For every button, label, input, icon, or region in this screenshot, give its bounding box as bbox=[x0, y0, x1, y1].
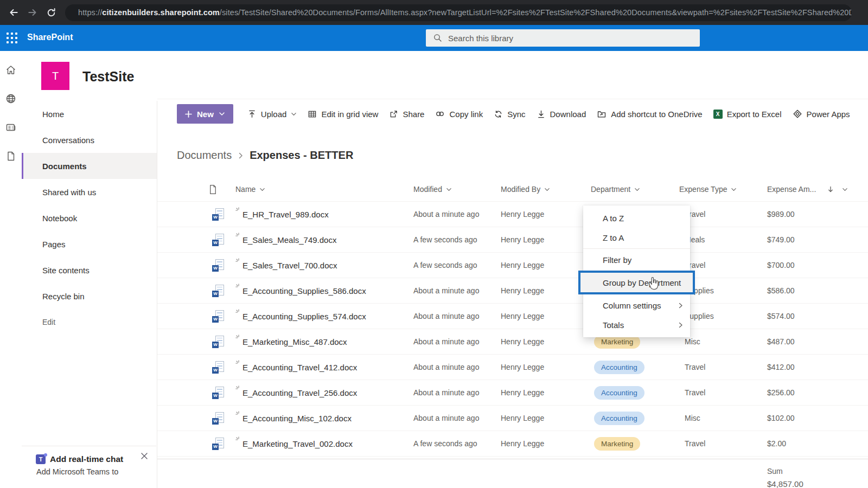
excel-icon: X bbox=[713, 110, 723, 119]
table-row[interactable]: W E_Sales_Travel_700.docx A few seconds … bbox=[157, 253, 868, 278]
menu-item-z-to-a[interactable]: Z to A bbox=[583, 228, 690, 247]
menu-item-filter-by[interactable]: Filter by bbox=[583, 250, 690, 269]
new-item-icon bbox=[235, 436, 241, 442]
edit-grid-view-button[interactable]: Edit in grid view bbox=[302, 104, 384, 124]
expense-type-cell: Misc bbox=[679, 414, 767, 422]
suite-bar: SharePoint bbox=[0, 25, 868, 51]
browser-refresh-icon[interactable] bbox=[46, 8, 56, 18]
sidebar-item-edit[interactable]: Edit bbox=[22, 309, 157, 335]
modified-by-cell[interactable]: Henry Legge bbox=[501, 286, 591, 295]
file-name[interactable]: E_Sales_Meals_749.docx bbox=[242, 235, 336, 245]
plus-icon bbox=[185, 111, 192, 118]
breadcrumb-documents[interactable]: Documents bbox=[177, 149, 232, 162]
file-name[interactable]: E_HR_Travel_989.docx bbox=[242, 210, 329, 219]
sync-button[interactable]: Sync bbox=[488, 104, 531, 124]
file-name[interactable]: E_Accounting_Travel_256.docx bbox=[242, 388, 357, 397]
add-shortcut-onedrive-button[interactable]: Add shortcut to OneDrive bbox=[591, 104, 707, 124]
site-logo[interactable]: T bbox=[41, 62, 69, 90]
column-header-department[interactable]: Department bbox=[591, 185, 679, 194]
column-header-name[interactable]: Name bbox=[235, 185, 413, 194]
sharepoint-wordmark[interactable]: SharePoint bbox=[27, 33, 73, 42]
table-row[interactable]: W E_Accounting_Travel_256.docx About a m… bbox=[157, 380, 868, 406]
word-file-icon: W bbox=[212, 336, 224, 348]
sidebar-item-home[interactable]: Home bbox=[22, 101, 157, 127]
column-header-expense-type[interactable]: Expense Type bbox=[679, 185, 767, 194]
modified-by-cell[interactable]: Henry Legge bbox=[501, 261, 591, 269]
news-icon[interactable] bbox=[5, 121, 17, 133]
file-name[interactable]: E_Accounting_Misc_102.docx bbox=[242, 414, 352, 423]
sidebar-item-documents[interactable]: Documents bbox=[22, 153, 157, 179]
modified-by-cell[interactable]: Henry Legge bbox=[501, 337, 591, 346]
modified-by-cell[interactable]: Henry Legge bbox=[501, 210, 591, 219]
power-apps-icon bbox=[793, 109, 802, 119]
table-row[interactable]: W E_Sales_Meals_749.docx A few seconds a… bbox=[157, 227, 868, 253]
page-icon bbox=[209, 184, 217, 195]
export-to-excel-button[interactable]: X Export to Excel bbox=[708, 104, 787, 124]
expense-amount-cell: $487.00 bbox=[767, 337, 868, 346]
folder-shortcut-icon bbox=[597, 109, 607, 119]
sidebar-item-shared-with-us[interactable]: Shared with us bbox=[22, 179, 157, 205]
expense-amount-cell: $102.00 bbox=[767, 414, 868, 422]
document-icon[interactable] bbox=[5, 150, 17, 162]
word-file-icon: W bbox=[212, 438, 224, 450]
share-button[interactable]: Share bbox=[384, 104, 430, 124]
expense-type-cell: Travel bbox=[679, 210, 767, 219]
table-row[interactable]: W E_Marketing_Travel_002.docx A few seco… bbox=[157, 431, 868, 457]
browser-back-icon[interactable] bbox=[8, 7, 19, 18]
table-header: Name Modified Modified By Department Exp… bbox=[157, 181, 868, 198]
new-button[interactable]: New bbox=[177, 104, 233, 124]
menu-item-totals[interactable]: Totals bbox=[583, 315, 690, 335]
sidebar-item-recycle-bin[interactable]: Recycle bin bbox=[22, 283, 157, 309]
file-name[interactable]: E_Accounting_Supplies_574.docx bbox=[242, 312, 366, 321]
file-name[interactable]: E_Marketing_Travel_002.docx bbox=[242, 439, 353, 448]
table-row[interactable]: W E_Accounting_Supplies_574.docx About a… bbox=[157, 304, 868, 329]
table-row[interactable]: W E_Accounting_Supplies_586.docx About a… bbox=[157, 278, 868, 304]
menu-item-column-settings[interactable]: Column settings bbox=[583, 296, 690, 315]
submenu-chevron-right-icon bbox=[678, 302, 684, 309]
menu-item-a-to-z[interactable]: A to Z bbox=[583, 208, 690, 228]
word-file-icon: W bbox=[212, 285, 224, 297]
sort-descending-icon bbox=[827, 186, 834, 193]
download-button[interactable]: Download bbox=[531, 104, 592, 124]
table-row[interactable]: W E_Accounting_Travel_412.docx About a m… bbox=[157, 355, 868, 380]
file-name[interactable]: E_Accounting_Supplies_586.docx bbox=[242, 286, 366, 296]
menu-item-group-by-department[interactable]: Group by Department bbox=[578, 271, 695, 294]
expense-type-cell: Travel bbox=[679, 261, 767, 269]
sidebar-item-conversations[interactable]: Conversations bbox=[22, 127, 157, 153]
sidebar-item-notebook[interactable]: Notebook bbox=[22, 205, 157, 231]
modified-by-cell[interactable]: Henry Legge bbox=[501, 439, 591, 448]
chevron-down-icon bbox=[634, 187, 640, 192]
chevron-down-icon bbox=[731, 187, 737, 192]
globe-icon[interactable] bbox=[5, 93, 17, 105]
site-title[interactable]: TestSite bbox=[82, 69, 134, 85]
file-name[interactable]: E_Accounting_Travel_412.docx bbox=[242, 363, 357, 372]
modified-by-cell[interactable]: Henry Legge bbox=[501, 363, 591, 371]
copy-link-button[interactable]: Copy link bbox=[430, 104, 488, 124]
home-icon[interactable] bbox=[5, 64, 17, 76]
browser-bar: https://citizenbuilders.sharepoint.com/s… bbox=[0, 0, 868, 25]
modified-by-cell[interactable]: Henry Legge bbox=[501, 312, 591, 320]
sidebar-item-pages[interactable]: Pages bbox=[22, 231, 157, 257]
file-name[interactable]: E_Sales_Travel_700.docx bbox=[242, 261, 337, 270]
file-type-column-header[interactable] bbox=[209, 184, 235, 195]
expense-amount-cell: $700.00 bbox=[767, 261, 868, 269]
search-input[interactable] bbox=[448, 34, 700, 43]
column-header-modified-by[interactable]: Modified By bbox=[501, 185, 591, 194]
table-row[interactable]: W E_Marketing_Misc_487.docx About a minu… bbox=[157, 329, 868, 355]
column-header-modified[interactable]: Modified bbox=[413, 185, 501, 194]
browser-forward-icon[interactable] bbox=[27, 7, 38, 18]
app-launcher-waffle-icon[interactable] bbox=[3, 29, 21, 47]
table-row[interactable]: W E_HR_Travel_989.docx About a minute ag… bbox=[157, 202, 868, 227]
column-header-expense-amount[interactable]: Expense Am... bbox=[767, 185, 868, 194]
modified-by-cell[interactable]: Henry Legge bbox=[501, 388, 591, 397]
power-apps-button[interactable]: Power Apps bbox=[787, 104, 856, 124]
sidebar-item-site-contents[interactable]: Site contents bbox=[22, 257, 157, 283]
close-icon[interactable] bbox=[140, 452, 149, 460]
library-search[interactable] bbox=[426, 29, 700, 47]
file-name[interactable]: E_Marketing_Misc_487.docx bbox=[242, 337, 347, 346]
modified-by-cell[interactable]: Henry Legge bbox=[501, 235, 591, 244]
modified-by-cell[interactable]: Henry Legge bbox=[501, 414, 591, 422]
table-row[interactable]: W E_Accounting_Misc_102.docx About a min… bbox=[157, 406, 868, 431]
url-bar[interactable]: https://citizenbuilders.sharepoint.com/s… bbox=[65, 4, 852, 21]
upload-button[interactable]: Upload bbox=[242, 104, 303, 124]
